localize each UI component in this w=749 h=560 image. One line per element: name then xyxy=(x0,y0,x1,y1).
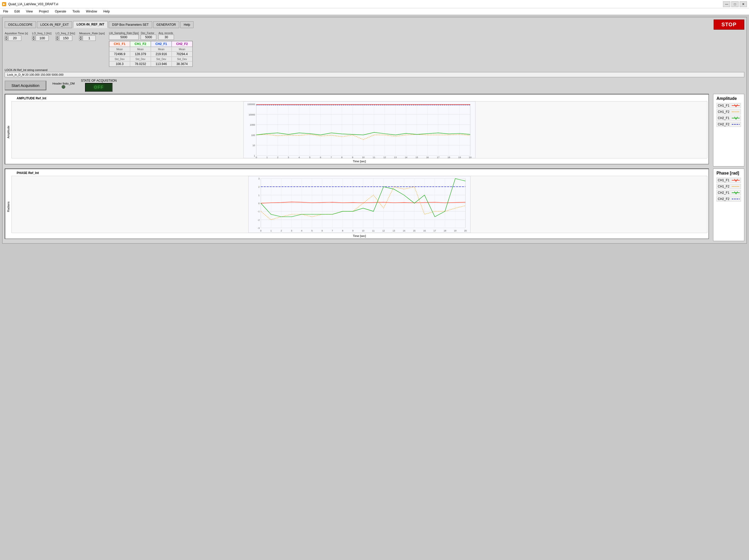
phase-chart-area: Radians xyxy=(6,176,707,237)
svg-text:3: 3 xyxy=(258,177,260,180)
lo-freq2-value[interactable]: 150 xyxy=(59,35,72,41)
mean-value-row: 72496.9 128.379 219.916 70294.4 xyxy=(109,51,192,57)
measure-rate-down[interactable]: ▼ xyxy=(79,38,82,41)
amplitude-legend-ch2f1: CH2_F1 xyxy=(716,115,741,121)
stop-button[interactable]: STOP xyxy=(714,20,744,30)
right-params: LIA_Sampling_Rate [Sps] 5000 Dec_Factor … xyxy=(109,32,193,67)
lo-freq2-control: LO_freq_2 [Hz] ▲ ▼ 150 xyxy=(56,32,75,41)
measure-rate-value[interactable]: 1 xyxy=(83,35,96,41)
svg-text:2: 2 xyxy=(277,156,278,158)
lo-freq1-up[interactable]: ▲ xyxy=(32,36,35,38)
ch2f1-stddev-label: Std_Dev xyxy=(151,57,172,61)
svg-text:100: 100 xyxy=(251,134,255,136)
menu-tools[interactable]: Tools xyxy=(71,9,81,14)
svg-text:13: 13 xyxy=(392,230,395,232)
menu-help[interactable]: Help xyxy=(102,9,111,14)
ch1f2-line-icon xyxy=(732,110,740,114)
menu-file[interactable]: File xyxy=(2,9,9,14)
svg-text:2: 2 xyxy=(281,230,282,232)
lo-freq2-label: LO_freq_2 [Hz] xyxy=(56,32,75,35)
tab-lock-in-ref-ext[interactable]: LOCK-IN_REF_EXT xyxy=(37,21,72,28)
menu-window[interactable]: Window xyxy=(85,9,98,14)
acq-time-arrows[interactable]: ▲ ▼ xyxy=(5,36,8,41)
lo-freq1-value[interactable]: 100 xyxy=(36,35,49,41)
acq-time-spinner[interactable]: ▲ ▼ 20 xyxy=(5,35,21,41)
svg-text:16: 16 xyxy=(423,230,426,232)
maximize-button[interactable]: □ xyxy=(731,1,739,7)
menu-view[interactable]: View xyxy=(25,9,34,14)
measure-rate-label: Measure_Rate [sps] xyxy=(79,32,105,35)
tab-help[interactable]: Help xyxy=(180,21,193,28)
dec-factor-box: Dec_Factor 5000 xyxy=(141,32,156,40)
lia-sampling-value[interactable]: 5000 xyxy=(109,35,139,40)
ch1f1-mean-label: Mean xyxy=(109,47,130,51)
params-row1: LIA_Sampling_Rate [Sps] 5000 Dec_Factor … xyxy=(109,32,193,40)
amplitude-y-label: Amplitude xyxy=(6,101,10,163)
menu-edit[interactable]: Edit xyxy=(13,9,21,14)
lo-freq1-arrows[interactable]: ▲ ▼ xyxy=(32,36,35,41)
amplitude-legend-ch1f1: CH1_F1 xyxy=(716,103,741,108)
phase-legend-ch1f2-label: CH1_F2 xyxy=(718,185,729,188)
phase-ch1f2-icon xyxy=(732,185,740,188)
lo-freq2-arrows[interactable]: ▲ ▼ xyxy=(56,36,59,41)
acq-time-down[interactable]: ▼ xyxy=(5,38,8,41)
svg-text:0: 0 xyxy=(260,230,261,232)
acq-time-label: Aquisition Time [s] xyxy=(5,32,28,35)
lo-freq2-down[interactable]: ▼ xyxy=(56,38,59,41)
header-finito-label: Header finito_DM xyxy=(52,82,75,85)
tab-oscilloscope[interactable]: OSCILLOSCOPE xyxy=(5,21,36,28)
ch1f1-stddev-label: Std_Dev xyxy=(109,57,130,61)
ch1f2-mean-value: 128.379 xyxy=(130,51,151,57)
ch2f1-header: CH2_F1 xyxy=(151,41,172,47)
title-bar-controls[interactable]: — □ ✕ xyxy=(723,1,747,7)
amplitude-section: AMPLITUDE Ref_Int Amplitude xyxy=(5,94,744,167)
tab-dsp-box[interactable]: DSP Box Parameters SET xyxy=(109,21,152,28)
measure-rate-up[interactable]: ▲ xyxy=(79,36,82,38)
svg-text:19: 19 xyxy=(454,230,456,232)
svg-text:15: 15 xyxy=(413,230,415,232)
svg-text:10: 10 xyxy=(362,230,364,232)
phase-svg: 3 2 1 0 -1 -2 -3 0 1 2 3 xyxy=(12,176,707,233)
ch2f2-stddev-value: 38.3674 xyxy=(172,61,192,67)
ch1f1-line-icon xyxy=(732,104,740,107)
menu-bar: File Edit View Project Operate Tools Win… xyxy=(0,8,749,15)
svg-text:17: 17 xyxy=(433,230,436,232)
measure-rate-spinner[interactable]: ▲ ▼ 1 xyxy=(79,35,96,41)
menu-project[interactable]: Project xyxy=(38,9,50,14)
phase-legend-ch2f2: CH2_F2 xyxy=(716,196,741,201)
measure-rate-arrows[interactable]: ▲ ▼ xyxy=(79,36,82,41)
app-icon: ▶ xyxy=(2,2,6,6)
lo-freq1-down[interactable]: ▼ xyxy=(32,38,35,41)
tab-lock-in-ref-int[interactable]: LOCK-IN_REF_INT xyxy=(73,21,108,28)
amplitude-legend-ch1f2-label: CH1_F2 xyxy=(718,110,729,114)
tab-generator[interactable]: GENERATOR xyxy=(153,21,179,28)
acq-time-up[interactable]: ▲ xyxy=(5,36,8,38)
lo-freq1-control: LO_freq_1 [Hz] ▲ ▼ 100 xyxy=(32,32,51,41)
svg-text:1: 1 xyxy=(258,194,260,197)
menu-operate[interactable]: Operate xyxy=(54,9,67,14)
svg-text:-1: -1 xyxy=(258,210,260,213)
lo-freq1-spinner[interactable]: ▲ ▼ 100 xyxy=(32,35,49,41)
close-button[interactable]: ✕ xyxy=(740,1,747,7)
phase-y-label: Radians xyxy=(6,176,10,237)
lo-freq2-spinner[interactable]: ▲ ▼ 150 xyxy=(56,35,72,41)
phase-legend-ch2f1-label: CH2_F1 xyxy=(718,191,729,195)
ch2f2-mean-value: 70294.4 xyxy=(172,51,192,57)
svg-text:16: 16 xyxy=(426,156,429,158)
lo-freq2-up[interactable]: ▲ xyxy=(56,36,59,38)
amplitude-legend-ch2f1-label: CH2_F1 xyxy=(718,116,729,120)
svg-text:14: 14 xyxy=(405,156,407,158)
svg-text:12: 12 xyxy=(382,230,385,232)
amplitude-chart-container: AMPLITUDE Ref_Int Amplitude xyxy=(5,94,709,165)
amplitude-legend-title: Amplitude xyxy=(716,96,741,101)
acq-time-value[interactable]: 20 xyxy=(8,35,21,41)
svg-text:20: 20 xyxy=(464,230,467,232)
nav-tabs: OSCILLOSCOPE LOCK-IN_REF_EXT LOCK-IN_REF… xyxy=(5,20,744,30)
dec-factor-value[interactable]: 5000 xyxy=(141,35,156,40)
start-acquisition-button[interactable]: Start Acquisition xyxy=(5,81,46,90)
acq-records-value[interactable]: 30 xyxy=(158,35,174,40)
state-group: STATE OF ACQUISTIION OFF xyxy=(81,79,117,92)
minimize-button[interactable]: — xyxy=(723,1,730,7)
title-bar-left: ▶ Quad_LIA_LabView_V03_DRAFT.vi xyxy=(2,2,58,6)
ch2f2-mean-label: Mean xyxy=(172,47,192,51)
